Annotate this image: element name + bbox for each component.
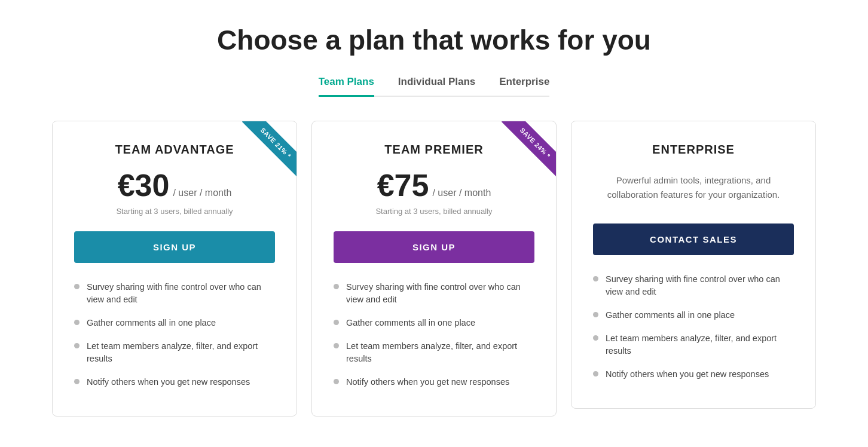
bullet-icon <box>334 284 339 289</box>
list-item: Notify others when you get new responses <box>593 368 794 381</box>
plan-card-team-advantage: SAVE 21% * TEAM ADVANTAGE €30 / user / m… <box>52 121 297 417</box>
bullet-icon <box>593 371 598 376</box>
signup-button-team-premier[interactable]: SIGN UP <box>334 231 534 263</box>
bullet-icon <box>74 284 80 289</box>
bullet-icon <box>593 335 598 341</box>
bullet-icon <box>593 276 598 281</box>
bullet-icon <box>74 343 80 348</box>
price-amount-team-premier: €75 <box>377 167 429 203</box>
features-list-enterprise: Survey sharing with fine control over wh… <box>593 273 794 381</box>
signup-button-team-advantage[interactable]: SIGN UP <box>74 231 275 263</box>
features-list-team-premier: Survey sharing with fine control over wh… <box>334 281 534 388</box>
tab-team-plans[interactable]: Team Plans <box>319 76 374 97</box>
list-item: Survey sharing with fine control over wh… <box>334 281 534 306</box>
page-title: Choose a plan that works for you <box>217 24 651 57</box>
bullet-icon <box>74 320 80 325</box>
list-item: Survey sharing with fine control over wh… <box>74 281 275 306</box>
price-row-team-premier: €75 / user / month <box>334 167 534 203</box>
billing-note-team-premier: Starting at 3 users, billed annually <box>334 207 534 216</box>
list-item: Gather comments all in one place <box>334 317 534 329</box>
bullet-icon <box>334 320 339 325</box>
price-unit-team-advantage: / user / month <box>173 188 231 198</box>
plan-card-enterprise: ENTERPRISE Powerful admin tools, integra… <box>571 121 816 409</box>
tab-enterprise[interactable]: Enterprise <box>499 76 549 97</box>
list-item: Notify others when you get new responses <box>334 376 534 388</box>
list-item: Gather comments all in one place <box>593 309 794 322</box>
list-item: Let team members analyze, filter, and ex… <box>334 340 534 365</box>
bullet-icon <box>74 379 80 384</box>
plan-name-team-premier: TEAM PREMIER <box>334 143 534 157</box>
tabs-bar: Team Plans Individual Plans Enterprise <box>319 76 550 97</box>
features-list-team-advantage: Survey sharing with fine control over wh… <box>74 281 275 388</box>
bullet-icon <box>334 379 339 384</box>
enterprise-description: Powerful admin tools, integrations, and … <box>593 167 794 208</box>
plan-name-team-advantage: TEAM ADVANTAGE <box>74 143 275 157</box>
price-unit-team-premier: / user / month <box>432 188 491 198</box>
plan-name-enterprise: ENTERPRISE <box>593 143 794 157</box>
billing-note-team-advantage: Starting at 3 users, billed annually <box>74 207 275 216</box>
contact-sales-button[interactable]: CONTACT SALES <box>593 223 794 255</box>
bullet-icon <box>334 343 339 348</box>
plan-card-team-premier: SAVE 24% * TEAM PREMIER €75 / user / mon… <box>311 121 557 417</box>
list-item: Gather comments all in one place <box>74 317 275 329</box>
price-row-team-advantage: €30 / user / month <box>74 167 275 203</box>
list-item: Survey sharing with fine control over wh… <box>593 273 794 298</box>
list-item: Let team members analyze, filter, and ex… <box>593 332 794 357</box>
list-item: Notify others when you get new responses <box>74 376 275 388</box>
plans-container: SAVE 21% * TEAM ADVANTAGE €30 / user / m… <box>45 121 823 417</box>
tab-individual-plans[interactable]: Individual Plans <box>398 76 475 97</box>
list-item: Let team members analyze, filter, and ex… <box>74 340 275 365</box>
price-amount-team-advantage: €30 <box>118 167 170 203</box>
bullet-icon <box>593 312 598 317</box>
